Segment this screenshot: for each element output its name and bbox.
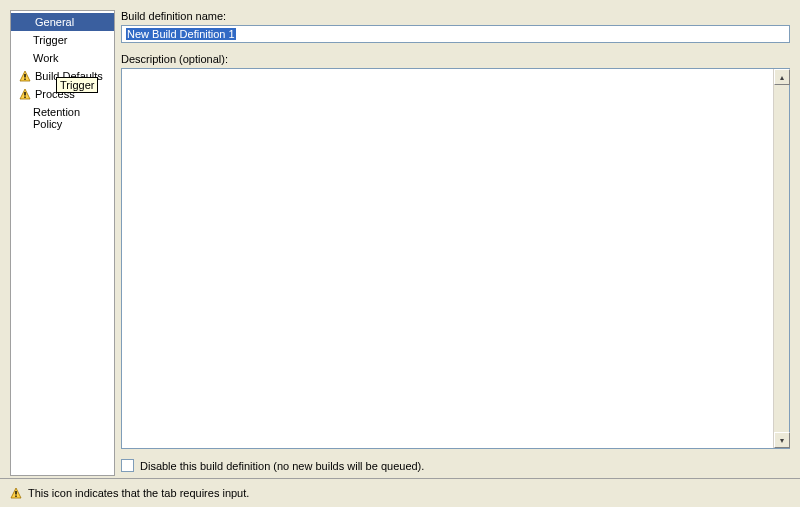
name-label: Build definition name:: [121, 10, 790, 22]
sidebar-item-label: General: [35, 16, 74, 28]
sidebar-item-label: Retention Policy: [33, 106, 108, 130]
warning-icon: [19, 70, 31, 82]
sidebar-item-trigger[interactable]: Trigger: [11, 31, 114, 49]
warning-icon: [19, 88, 31, 100]
sidebar-item-label: Work: [33, 52, 58, 64]
tooltip: Trigger: [56, 77, 98, 93]
scrollbar[interactable]: ▴ ▾: [773, 69, 789, 448]
svg-rect-2: [24, 79, 25, 80]
name-input-value: New Build Definition 1: [126, 28, 236, 40]
name-input[interactable]: New Build Definition 1: [121, 25, 790, 43]
svg-rect-5: [24, 97, 25, 98]
svg-rect-8: [15, 496, 16, 497]
description-input[interactable]: [122, 69, 773, 448]
disable-checkbox[interactable]: [121, 459, 134, 472]
scroll-up-button[interactable]: ▴: [774, 69, 790, 85]
disable-label: Disable this build definition (no new bu…: [140, 460, 424, 472]
disable-row: Disable this build definition (no new bu…: [121, 457, 790, 476]
sidebar-item-label: Trigger: [33, 34, 67, 46]
svg-rect-7: [15, 491, 16, 495]
scroll-down-button[interactable]: ▾: [774, 432, 790, 448]
sidebar: General Trigger Work Trigger Build Defau…: [10, 10, 115, 476]
svg-rect-1: [24, 74, 25, 78]
footer: This icon indicates that the tab require…: [0, 478, 800, 507]
warning-icon: [10, 487, 22, 499]
sidebar-item-workspace[interactable]: Work Trigger: [11, 49, 114, 67]
content-panel: Build definition name: New Build Definit…: [121, 10, 790, 476]
sidebar-item-retention[interactable]: Retention Policy: [11, 103, 114, 133]
footer-hint: This icon indicates that the tab require…: [28, 487, 249, 499]
sidebar-item-general[interactable]: General: [11, 13, 114, 31]
description-input-wrapper: ▴ ▾: [121, 68, 790, 449]
description-label: Description (optional):: [121, 53, 790, 65]
svg-rect-4: [24, 92, 25, 96]
